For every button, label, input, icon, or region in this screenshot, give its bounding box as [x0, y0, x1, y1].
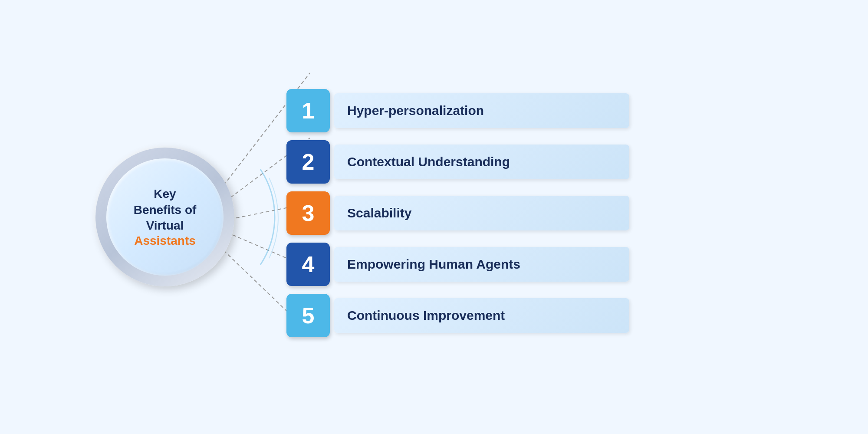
circle-outer: Key Benefits of Virtual Assistants	[95, 148, 234, 286]
badge-5: 5	[286, 294, 330, 337]
badge-3: 3	[286, 191, 330, 235]
label-box-3: Scalability	[334, 196, 629, 230]
items-container: 1 Hyper-personalization 2 Contextual Und…	[286, 89, 764, 345]
badge-number-5: 5	[302, 302, 315, 329]
label-box-4: Empowering Human Agents	[334, 247, 629, 282]
benefit-item-3: 3 Scalability	[286, 191, 764, 235]
label-text-4: Empowering Human Agents	[347, 257, 520, 272]
label-text-5: Continuous Improvement	[347, 308, 505, 323]
badge-number-1: 1	[302, 98, 315, 124]
benefit-item-4: 4 Empowering Human Agents	[286, 243, 764, 286]
center-circle: Key Benefits of Virtual Assistants	[95, 148, 234, 286]
label-box-5: Continuous Improvement	[334, 298, 629, 333]
circle-text-accent: Assistants	[134, 234, 196, 248]
badge-4: 4	[286, 243, 330, 286]
badge-number-3: 3	[302, 200, 315, 226]
label-text-2: Contextual Understanding	[347, 155, 510, 169]
circle-inner: Key Benefits of Virtual Assistants	[106, 158, 224, 276]
badge-1: 1	[286, 89, 330, 132]
benefit-item-5: 5 Continuous Improvement	[286, 294, 764, 337]
label-text-3: Scalability	[347, 206, 411, 220]
label-box-2: Contextual Understanding	[334, 145, 629, 179]
circle-text-line3: Virtual	[146, 218, 184, 233]
circle-text-line1: Key	[154, 186, 176, 202]
badge-2: 2	[286, 140, 330, 184]
circle-text-line2: Benefits of	[134, 202, 197, 218]
badge-number-2: 2	[302, 149, 315, 175]
label-box-1: Hyper-personalization	[334, 93, 629, 128]
benefit-item-1: 1 Hyper-personalization	[286, 89, 764, 132]
badge-number-4: 4	[302, 251, 315, 277]
benefit-item-2: 2 Contextual Understanding	[286, 140, 764, 184]
diagram-container: Key Benefits of Virtual Assistants 1 Hyp…	[43, 22, 825, 412]
label-text-1: Hyper-personalization	[347, 103, 484, 118]
